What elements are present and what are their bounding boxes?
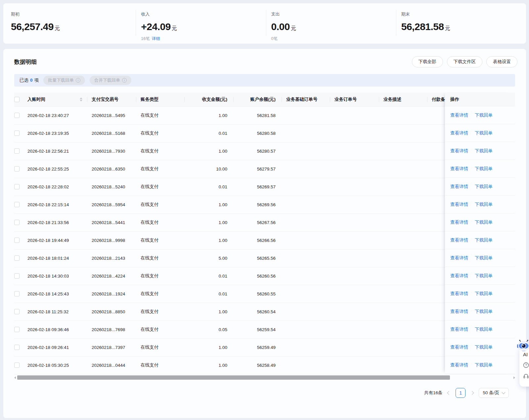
row-checkbox[interactable] (14, 113, 20, 118)
download-receipt-link[interactable]: 下载回单 (475, 237, 493, 243)
download-zone-button[interactable]: 下载文件区 (447, 56, 483, 67)
page-size-select[interactable]: 50 条/页 (479, 388, 509, 398)
download-receipt-link[interactable]: 下载回单 (475, 130, 493, 136)
row-checkbox[interactable] (14, 255, 20, 261)
scrollbar-left-arrow-icon[interactable] (14, 376, 16, 379)
row-actions: 查看详情 下载回单 (445, 303, 515, 321)
row-checkbox[interactable] (14, 238, 20, 243)
view-detail-link[interactable]: 查看详情 (450, 255, 468, 261)
col-order-no: 业务订单号 (330, 93, 379, 106)
row-checkbox[interactable] (14, 273, 20, 279)
view-detail-link[interactable]: 查看详情 (450, 273, 468, 279)
view-detail-link[interactable]: 查看详情 (450, 202, 468, 208)
view-detail-link[interactable]: 查看详情 (450, 344, 468, 350)
view-detail-link[interactable]: 查看详情 (450, 291, 468, 297)
row-checkbox[interactable] (14, 363, 20, 368)
help-icon[interactable]: ? (523, 362, 529, 368)
view-detail-link[interactable]: 查看详情 (450, 362, 468, 368)
view-detail-link[interactable]: 查看详情 (450, 148, 468, 154)
select-all-checkbox[interactable] (14, 97, 20, 102)
table-settings-button[interactable]: 表格设置 (486, 56, 517, 67)
scrollbar-right-arrow-icon[interactable] (513, 376, 515, 379)
cell-balance: 56280.57 (233, 142, 282, 160)
download-receipt-link[interactable]: 下载回单 (475, 326, 493, 332)
row-checkbox[interactable] (14, 166, 20, 172)
download-receipt-link[interactable]: 下载回单 (475, 291, 493, 297)
prev-page-icon[interactable] (447, 391, 451, 395)
row-checkbox[interactable] (14, 131, 20, 136)
cell-description (379, 285, 427, 303)
sort-icon[interactable] (80, 97, 82, 101)
row-checkbox-cell (14, 160, 25, 178)
income-detail-link[interactable]: 详细 (152, 36, 160, 41)
row-actions: 查看详情 下载回单 (445, 249, 515, 267)
row-checkbox[interactable] (14, 345, 20, 350)
info-icon (76, 78, 80, 83)
cell-time: 2026-02-18 09:26:41 (25, 338, 87, 356)
download-receipt-link[interactable]: 下载回单 (475, 362, 493, 368)
download-receipt-link[interactable]: 下载回单 (475, 219, 493, 225)
cell-base-order-no (282, 160, 330, 178)
cell-balance: 56269.57 (233, 178, 282, 196)
download-receipt-link[interactable]: 下载回单 (475, 184, 493, 190)
download-receipt-link[interactable]: 下载回单 (475, 273, 493, 279)
row-actions: 查看详情 下载回单 (445, 338, 515, 356)
view-detail-link[interactable]: 查看详情 (450, 237, 468, 243)
batch-download-button[interactable]: 批量下载回单 (43, 76, 85, 85)
scrollbar-thumb[interactable] (17, 375, 450, 380)
col-description: 业务描述 (379, 93, 427, 106)
cell-base-order-no (282, 303, 330, 321)
cell-account-type: 在线支付 (136, 267, 184, 285)
row-checkbox[interactable] (14, 202, 20, 207)
download-receipt-link[interactable]: 下载回单 (475, 309, 493, 315)
download-receipt-link[interactable]: 下载回单 (475, 148, 493, 154)
cell-transaction-no: 20260218...5495 (87, 106, 136, 124)
table-row: 2026-02-18 09:26:41 20260218...7397 在线支付… (14, 338, 515, 356)
row-checkbox[interactable] (14, 220, 20, 225)
download-receipt-link[interactable]: 下载回单 (475, 344, 493, 350)
cell-base-order-no (282, 196, 330, 213)
stat-opening-balance: 期初 56,257.49 元 (3, 3, 136, 44)
merge-download-button[interactable]: 合并下载回单 (90, 76, 131, 85)
summary-card: 期初 56,257.49 元 收入 +24.09 元 16笔详细 支出 0.00… (3, 3, 526, 44)
download-receipt-link[interactable]: 下载回单 (475, 166, 493, 172)
cell-order-no (330, 338, 379, 356)
view-detail-link[interactable]: 查看详情 (450, 309, 468, 315)
view-detail-link[interactable]: 查看详情 (450, 219, 468, 225)
view-detail-link[interactable]: 查看详情 (450, 130, 468, 136)
cell-description (379, 231, 427, 249)
download-all-button[interactable]: 下载全部 (412, 56, 443, 67)
row-checkbox[interactable] (14, 148, 20, 154)
view-detail-link[interactable]: 查看详情 (450, 166, 468, 172)
data-detail-card: 数据明细 下载全部 下载文件区 表格设置 已选0项 批量下载回单 合并下载回单 (3, 49, 526, 418)
cell-amount: 1.00 (184, 142, 233, 160)
cell-account-type: 在线支付 (136, 321, 184, 338)
row-checkbox[interactable] (14, 327, 20, 332)
horizontal-scrollbar[interactable] (14, 375, 515, 380)
view-detail-link[interactable]: 查看详情 (450, 184, 468, 190)
download-receipt-link[interactable]: 下载回单 (475, 202, 493, 208)
row-checkbox[interactable] (14, 184, 20, 189)
cell-description (379, 160, 427, 178)
row-actions: 查看详情 下载回单 (445, 356, 515, 374)
next-page-icon[interactable] (470, 391, 474, 395)
headset-icon[interactable] (523, 373, 529, 379)
row-checkbox[interactable] (14, 291, 20, 296)
cell-base-order-no (282, 213, 330, 231)
row-checkbox-cell (14, 231, 25, 249)
info-icon (122, 78, 127, 83)
stat-unit: 元 (55, 25, 60, 32)
row-checkbox[interactable] (14, 309, 20, 314)
cell-transaction-no: 20260218...0444 (87, 356, 136, 374)
cell-description (379, 303, 427, 321)
cell-time: 2026-02-18 21:33:56 (25, 213, 87, 231)
view-detail-link[interactable]: 查看详情 (450, 112, 468, 118)
page-number[interactable]: 1 (456, 388, 465, 398)
view-detail-link[interactable]: 查看详情 (450, 326, 468, 332)
download-receipt-link[interactable]: 下载回单 (475, 112, 493, 118)
robot-icon[interactable] (517, 339, 529, 353)
cell-balance: 56280.58 (233, 124, 282, 142)
table-row: 2026-02-18 18:01:24 20260218...2143 在线支付… (14, 249, 515, 267)
stat-label: 收入 (141, 11, 266, 17)
download-receipt-link[interactable]: 下载回单 (475, 255, 493, 261)
